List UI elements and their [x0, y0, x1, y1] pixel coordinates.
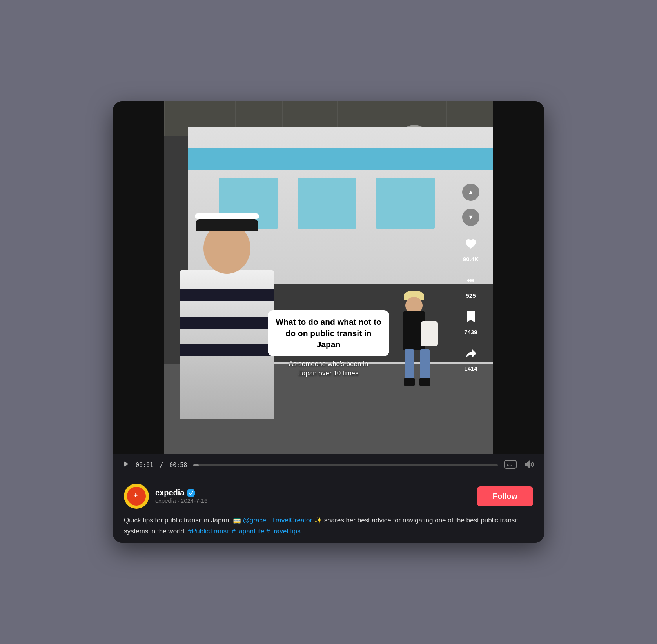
verified-badge: [187, 489, 195, 497]
follow-button[interactable]: Follow: [477, 486, 533, 506]
description-separator: |: [268, 517, 272, 524]
bookmark-button[interactable]: 7439: [461, 307, 481, 335]
comment-count: 525: [466, 292, 476, 299]
description-text: Quick tips for public transit in Japan. …: [124, 517, 243, 524]
author-name-row: expedia: [155, 488, 471, 497]
svg-point-2: [472, 279, 474, 282]
author-row: ✈ expedia expedia · 2024-7-16: [124, 484, 533, 509]
like-button[interactable]: 90.4K: [461, 234, 481, 262]
like-count: 90.4K: [463, 256, 479, 262]
time-current: 00:01: [136, 462, 153, 469]
scene-person: [401, 287, 432, 386]
share-button[interactable]: 1414: [461, 343, 481, 372]
progress-bar-fill: [193, 464, 198, 466]
svg-marker-6: [525, 460, 530, 468]
svg-point-1: [470, 279, 472, 282]
author-name: expedia: [155, 488, 184, 497]
heart-icon: [461, 234, 481, 254]
svg-point-0: [467, 279, 470, 282]
mention-link[interactable]: @grace: [243, 517, 267, 524]
svg-marker-3: [124, 461, 129, 467]
bottom-section: ✈ expedia expedia · 2024-7-16: [113, 476, 544, 542]
video-section: 8号車 1ドア ✕ ! ⊘: [113, 101, 544, 454]
share-count: 1414: [464, 365, 477, 372]
share-icon: [461, 343, 481, 364]
comment-icon: [461, 270, 481, 291]
presenter-headband: [195, 213, 259, 219]
nav-up-button[interactable]: ▲: [462, 184, 479, 201]
avatar[interactable]: ✈: [124, 484, 149, 509]
video-caption-sub: As someone who's been in Japan over 10 t…: [289, 359, 368, 378]
hashtag-3[interactable]: #TravelTips: [266, 528, 301, 535]
time-total: 00:58: [169, 462, 187, 469]
chevron-down-icon: ▼: [468, 214, 474, 221]
play-button[interactable]: [122, 460, 129, 469]
svg-text:CC: CC: [507, 463, 512, 467]
video-description: Quick tips for public transit in Japan. …: [124, 515, 533, 536]
hashtag-2[interactable]: #JapanLife: [232, 528, 264, 535]
video-caption-main: What to do and what not to do on public …: [268, 310, 389, 356]
comment-button[interactable]: 525: [461, 270, 481, 299]
video-controls-bar: 00:01 / 00:58 CC: [113, 454, 544, 476]
video-scene: 8号車 1ドア ✕ ! ⊘: [164, 101, 493, 454]
creator-link[interactable]: TravelCreator: [272, 517, 312, 524]
video-card: 8号車 1ドア ✕ ! ⊘: [113, 101, 544, 542]
progress-bar[interactable]: [193, 464, 498, 466]
author-info: expedia expedia · 2024-7-16: [155, 488, 471, 504]
presenter-torso: [180, 270, 274, 419]
cc-button[interactable]: CC: [504, 460, 517, 470]
bookmark-count: 7439: [464, 329, 477, 335]
scene-presenter: [164, 199, 298, 419]
side-controls: ▲ ▼ 90.4K: [461, 184, 481, 372]
nav-down-button[interactable]: ▼: [462, 209, 479, 226]
avatar-inner: ✈: [127, 487, 146, 506]
svg-text:✈: ✈: [133, 493, 138, 498]
bookmark-icon: [461, 307, 481, 327]
hashtag-1[interactable]: #PublicTransit: [188, 528, 230, 535]
volume-button[interactable]: [523, 460, 535, 470]
author-handle: expedia · 2024-7-16: [155, 497, 471, 504]
video-container[interactable]: 8号車 1ドア ✕ ! ⊘: [164, 101, 493, 454]
chevron-up-icon: ▲: [468, 189, 474, 196]
time-separator: /: [160, 462, 163, 469]
